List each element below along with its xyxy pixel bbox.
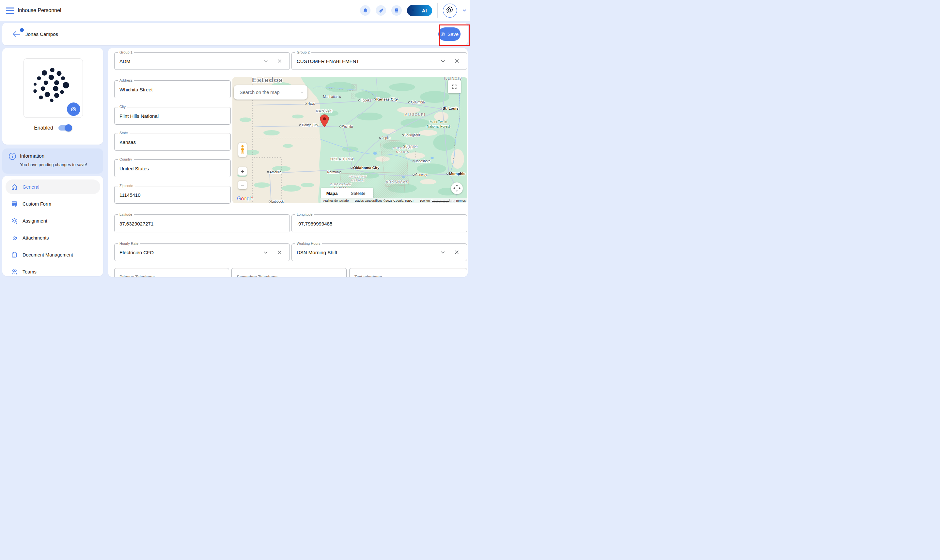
map-search-box[interactable] — [234, 85, 308, 100]
field-value: United States — [120, 165, 149, 171]
longitude-field[interactable]: Longitude -97,7989999485 — [291, 214, 467, 232]
group2-select[interactable]: Group 2 CUSTOMER ENABLEMENT — [291, 52, 467, 70]
book-icon — [394, 8, 400, 13]
hamburger-menu-icon[interactable] — [6, 8, 14, 14]
notifications-button[interactable] — [360, 5, 371, 16]
nav-item-custom-form[interactable]: Custom Form — [2, 196, 103, 212]
field-value: DSN Morning Shift — [297, 250, 337, 255]
map-type-satellite-button[interactable]: Satélite — [343, 188, 373, 198]
svg-text:Mark Twain: Mark Twain — [429, 120, 447, 124]
terms-link[interactable]: Termos — [455, 199, 466, 202]
unsaved-dot-badge — [20, 28, 24, 32]
svg-text:Branson: Branson — [405, 145, 417, 148]
nav-label: Teams — [23, 269, 37, 274]
address-field[interactable]: Address Whichita Street — [114, 80, 231, 98]
record-toolbar: Jonas Campos Save — [2, 23, 468, 45]
svg-text:Manhattan: Manhattan — [323, 95, 338, 98]
search-icon[interactable] — [301, 89, 303, 95]
field-label: State — [118, 131, 129, 135]
clear-icon[interactable] — [455, 59, 459, 63]
enabled-toggle[interactable] — [58, 125, 71, 131]
chevron-down-icon[interactable] — [264, 60, 268, 62]
svg-text:ILLINOIS: ILLINOIS — [444, 77, 462, 80]
enabled-label: Enabled — [34, 125, 53, 131]
paperclip-icon — [11, 234, 18, 242]
field-value: Flint Hills National — [120, 113, 158, 118]
svg-text:CHICKASAW: CHICKASAW — [330, 182, 352, 186]
country-field[interactable]: Country United States — [114, 159, 231, 177]
street-view-pegman[interactable] — [238, 143, 247, 157]
fullscreen-icon — [451, 84, 457, 90]
zipcode-field[interactable]: Zip code 11145410 — [114, 186, 231, 204]
docs-button[interactable] — [391, 5, 402, 16]
change-photo-button[interactable] — [67, 103, 80, 116]
clear-icon[interactable] — [277, 59, 282, 63]
map-data-attribution: Dados cartográficos ©2026 Google, INEGI — [355, 199, 414, 202]
sparkle-icon — [412, 9, 414, 11]
chevron-down-icon[interactable] — [441, 251, 445, 254]
group1-select[interactable]: Group 1 ADM — [114, 52, 290, 70]
back-button[interactable] — [12, 28, 24, 40]
field-value: ADM — [120, 58, 130, 64]
svg-text:Memphis: Memphis — [449, 172, 465, 175]
nav-item-general[interactable]: General — [2, 179, 103, 195]
top-header: Inhouse Personnel — [0, 0, 470, 21]
clear-icon[interactable] — [455, 250, 459, 255]
back-arrow-icon — [12, 31, 20, 37]
user-avatar[interactable] — [443, 4, 457, 18]
map-fullscreen-button[interactable] — [448, 80, 461, 93]
pan-arrows-icon — [451, 182, 463, 194]
map-type-map-button[interactable]: Mapa — [321, 188, 343, 198]
working-hours-select[interactable]: Working Hours DSN Morning Shift — [291, 243, 467, 261]
app-title: Inhouse Personnel — [18, 0, 61, 21]
svg-text:MISSOURI: MISSOURI — [405, 112, 426, 117]
keyboard-shortcuts-link[interactable]: Atalhos do teclado — [323, 199, 349, 202]
field-label: Latitude — [118, 212, 134, 217]
text-telephone-field[interactable]: Text telephone — [349, 268, 467, 277]
chevron-down-icon[interactable] — [264, 251, 268, 254]
chevron-down-icon[interactable] — [462, 8, 467, 13]
camera-icon — [70, 106, 77, 112]
nav-item-document-management[interactable]: Document Management — [2, 247, 103, 263]
svg-text:NATION: NATION — [396, 150, 409, 154]
field-value: 11145410 — [120, 192, 141, 197]
map-pan-control[interactable] — [451, 182, 463, 194]
field-label: Group 2 — [295, 50, 311, 54]
nav-item-attachments[interactable]: Attachments — [2, 230, 103, 246]
primary-telephone-field[interactable]: Primary Telephone — [114, 268, 229, 277]
state-field[interactable]: State Kansas — [114, 133, 231, 151]
svg-text:NATION: NATION — [351, 178, 364, 182]
map-zoom-in-button[interactable]: + — [238, 167, 247, 175]
map-search-input[interactable] — [239, 89, 301, 95]
google-map[interactable]: EstadosILLINOISKANSASMISSOURIOKLAHOMAARK… — [232, 77, 467, 203]
field-label: Address — [118, 78, 134, 83]
save-label: Save — [448, 31, 458, 37]
field-value: Whichita Street — [120, 86, 153, 92]
svg-text:Columbia: Columbia — [411, 100, 425, 104]
ai-assistant-button[interactable]: AI — [407, 5, 432, 16]
svg-text:Springfield: Springfield — [405, 134, 420, 137]
svg-text:Amarillo: Amarillo — [269, 170, 282, 174]
latitude-field[interactable]: Latitude 37,6329027271 — [114, 214, 290, 232]
nav-item-teams[interactable]: Teams — [2, 264, 103, 276]
nav-item-assignment[interactable]: Assignment — [2, 213, 103, 229]
floppy-save-icon — [440, 31, 445, 37]
chevron-down-icon[interactable] — [441, 60, 445, 62]
svg-text:Lubbock: Lubbock — [271, 200, 284, 203]
secondary-telephone-field[interactable]: Secondary Telephone — [231, 268, 347, 277]
google-logo[interactable]: Google — [237, 195, 253, 202]
dots-logo-icon — [445, 6, 455, 15]
svg-text:Dodge City: Dodge City — [302, 123, 318, 127]
hourly-rate-select[interactable]: Hourly Rate Electricien CFO — [114, 243, 290, 261]
clear-icon[interactable] — [277, 250, 282, 255]
field-label: Secondary Telephone — [237, 274, 278, 277]
bell-icon — [362, 8, 369, 14]
city-field[interactable]: City Flint Hills National — [114, 107, 231, 125]
launch-button[interactable] — [376, 5, 386, 16]
header-divider — [437, 3, 438, 18]
field-label: Zip code — [118, 184, 135, 188]
map-type-control: Mapa Satélite — [321, 188, 373, 198]
svg-text:St. Louis: St. Louis — [443, 106, 458, 110]
map-zoom-out-button[interactable]: − — [238, 181, 247, 189]
save-button[interactable]: Save — [438, 28, 460, 41]
